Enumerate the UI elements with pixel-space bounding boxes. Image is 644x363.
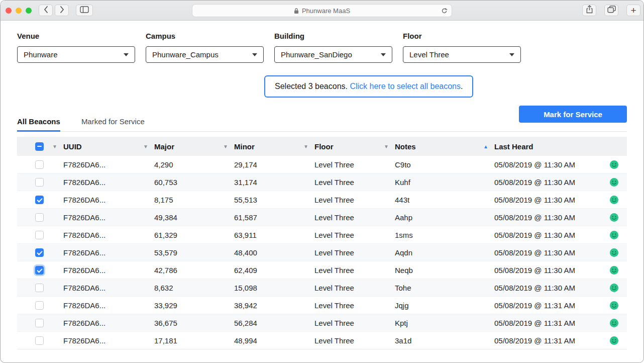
row-status-cell	[600, 213, 628, 222]
cell-major: 8,632	[136, 284, 216, 292]
select-all-link[interactable]: Click here to select all beacons	[350, 82, 461, 90]
cell-uuid: F7826DA6...	[45, 266, 136, 275]
header-notes[interactable]: ▼ Notes	[377, 142, 476, 151]
cell-minor: 31,174	[216, 178, 296, 187]
venue-dropdown[interactable]: Phunware	[17, 46, 135, 63]
table-header-row: ▼ UUID ▼ Major ▼ Minor ▼ Floor ▼ Notes	[17, 137, 627, 156]
table-row: F7826DA6... 60,753 31,174 Level Three Ku…	[17, 173, 627, 191]
table-row: F7826DA6... 8,175 55,513 Level Three 443…	[17, 191, 627, 209]
tabs-overview-icon	[607, 6, 616, 15]
row-status-cell	[600, 231, 628, 239]
caret-down-icon	[252, 53, 257, 56]
cell-notes: Tohe	[377, 284, 476, 292]
sort-asc-icon[interactable]: ▲	[483, 144, 494, 149]
titlebar-right-buttons: +	[574, 5, 640, 16]
cell-last-heard: 05/08/2019 @ 11:30 AM	[476, 196, 600, 204]
cell-uuid: F7826DA6...	[45, 319, 136, 327]
cell-uuid: F7826DA6...	[45, 213, 136, 222]
forward-button[interactable]	[55, 5, 69, 16]
close-window-button[interactable]	[6, 8, 12, 14]
tab-overview-button[interactable]	[604, 5, 618, 16]
header-uuid[interactable]: ▼ UUID	[45, 142, 136, 151]
sidebar-toggle-button[interactable]	[76, 5, 93, 16]
table-row: F7826DA6... 4,290 29,174 Level Three C9t…	[17, 156, 627, 173]
select-all-checkbox[interactable]	[35, 142, 44, 151]
row-checkbox[interactable]	[35, 284, 44, 292]
tab-all-beacons[interactable]: All Beacons	[17, 117, 60, 132]
header-floor[interactable]: ▼ Floor	[296, 142, 377, 151]
row-checkbox[interactable]	[35, 336, 44, 345]
cell-major: 60,753	[136, 178, 216, 187]
building-dropdown[interactable]: Phunware_SanDiego	[274, 46, 392, 63]
header-last-heard[interactable]: ▲ Last Heard	[476, 142, 600, 151]
tab-marked-for-service[interactable]: Marked for Service	[81, 117, 145, 132]
share-button[interactable]	[582, 5, 596, 16]
cell-last-heard: 05/08/2019 @ 11:30 AM	[476, 248, 600, 257]
cell-notes: 1sms	[377, 231, 476, 239]
status-healthy-icon	[610, 213, 618, 222]
traffic-lights	[6, 8, 32, 14]
row-checkbox[interactable]	[35, 196, 44, 204]
sort-desc-icon[interactable]: ▼	[303, 144, 314, 149]
header-minor[interactable]: ▼ Minor	[216, 142, 296, 151]
table-row: F7826DA6... 53,579 48,400 Level Three Aq…	[17, 244, 627, 261]
cell-notes: Jqjg	[377, 301, 476, 310]
table-row: F7826DA6... 8,632 15,098 Level Three Toh…	[17, 279, 627, 297]
row-checkbox-cell	[17, 231, 45, 239]
cell-last-heard: 05/08/2019 @ 11:30 AM	[476, 213, 600, 222]
sort-desc-icon[interactable]: ▼	[223, 144, 234, 149]
cell-floor: Level Three	[296, 266, 377, 275]
row-checkbox-cell	[17, 160, 45, 169]
cell-last-heard: 05/08/2019 @ 11:31 AM	[476, 301, 600, 310]
filters-row: Venue Phunware Campus Phunware_Campus Bu…	[17, 32, 627, 63]
new-tab-button[interactable]: +	[626, 5, 640, 16]
row-checkbox[interactable]	[35, 213, 44, 222]
status-healthy-icon	[610, 231, 618, 239]
zoom-window-button[interactable]	[26, 8, 32, 14]
toolbar: Mark for Service All Beacons Marked for …	[17, 98, 627, 132]
address-bar[interactable]: Phunware MaaS	[192, 4, 452, 17]
building-label: Building	[274, 32, 392, 40]
reload-button[interactable]	[441, 8, 448, 14]
cell-last-heard: 05/08/2019 @ 11:31 AM	[476, 319, 600, 327]
cell-floor: Level Three	[296, 196, 377, 204]
row-status-cell	[600, 178, 628, 187]
cell-minor: 29,174	[216, 160, 296, 169]
cell-last-heard: 05/08/2019 @ 11:30 AM	[476, 231, 600, 239]
sort-desc-icon[interactable]: ▼	[384, 144, 395, 149]
status-healthy-icon	[610, 301, 618, 310]
cell-major: 33,929	[136, 301, 216, 310]
back-button[interactable]	[39, 5, 53, 16]
cell-major: 8,175	[136, 196, 216, 204]
row-checkbox[interactable]	[35, 160, 44, 169]
row-checkbox[interactable]	[35, 178, 44, 187]
status-healthy-icon	[610, 319, 618, 327]
row-checkbox[interactable]	[35, 319, 44, 327]
status-healthy-icon	[610, 196, 618, 204]
cell-notes: Neqb	[377, 266, 476, 275]
minimize-window-button[interactable]	[16, 8, 22, 14]
row-checkbox[interactable]	[35, 266, 44, 275]
filter-floor: Floor Level Three	[403, 32, 521, 63]
sort-desc-icon[interactable]: ▼	[143, 144, 154, 149]
cell-uuid: F7826DA6...	[45, 196, 136, 204]
sort-desc-icon[interactable]: ▼	[52, 144, 63, 149]
cell-last-heard: 05/08/2019 @ 11:31 AM	[476, 336, 600, 345]
row-status-cell	[600, 301, 628, 310]
campus-dropdown[interactable]: Phunware_Campus	[146, 46, 264, 63]
banner-suffix: .	[461, 82, 463, 90]
browser-window: Phunware MaaS + V	[0, 0, 644, 363]
selection-count-text: Selected 3 beacons.	[275, 82, 350, 90]
table-row: F7826DA6... 42,786 62,409 Level Three Ne…	[17, 261, 627, 279]
row-checkbox[interactable]	[35, 301, 44, 310]
row-checkbox[interactable]	[35, 248, 44, 257]
mark-for-service-button[interactable]: Mark for Service	[519, 106, 627, 123]
building-value: Phunware_SanDiego	[281, 50, 352, 59]
venue-value: Phunware	[24, 50, 58, 59]
row-status-cell	[600, 336, 628, 345]
floor-dropdown[interactable]: Level Three	[403, 46, 521, 63]
header-major[interactable]: ▼ Major	[136, 142, 216, 151]
selection-banner: Selected 3 beacons. Click here to select…	[264, 75, 473, 98]
cell-minor: 55,513	[216, 196, 296, 204]
row-checkbox[interactable]	[35, 231, 44, 239]
